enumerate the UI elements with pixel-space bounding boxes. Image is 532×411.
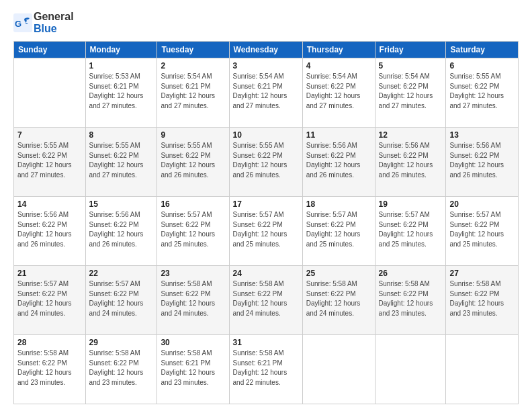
day-number: 28 (17, 338, 82, 347)
day-info: Sunrise: 5:55 AMSunset: 6:22 PMDaylight:… (233, 141, 299, 180)
calendar-day-cell: 8Sunrise: 5:55 AMSunset: 6:22 PMDaylight… (85, 128, 157, 197)
calendar-day-cell: 11Sunrise: 5:56 AMSunset: 6:22 PMDayligh… (302, 128, 375, 197)
day-info: Sunrise: 5:56 AMSunset: 6:22 PMDaylight:… (449, 141, 515, 180)
calendar-day-cell: 4Sunrise: 5:54 AMSunset: 6:22 PMDaylight… (302, 58, 375, 128)
day-info: Sunrise: 5:58 AMSunset: 6:22 PMDaylight:… (449, 279, 515, 318)
calendar-day-cell: 16Sunrise: 5:57 AMSunset: 6:22 PMDayligh… (157, 197, 229, 266)
day-info: Sunrise: 5:58 AMSunset: 6:22 PMDaylight:… (161, 279, 225, 318)
day-number: 12 (379, 130, 443, 140)
day-number: 14 (17, 199, 82, 209)
calendar-week-row: 7Sunrise: 5:55 AMSunset: 6:22 PMDaylight… (14, 128, 519, 197)
calendar-day-cell: 7Sunrise: 5:55 AMSunset: 6:22 PMDaylight… (14, 128, 86, 197)
calendar-day-cell: 26Sunrise: 5:58 AMSunset: 6:22 PMDayligh… (375, 266, 446, 335)
calendar-week-row: 1Sunrise: 5:53 AMSunset: 6:21 PMDaylight… (14, 58, 519, 128)
calendar-day-cell: 25Sunrise: 5:58 AMSunset: 6:22 PMDayligh… (302, 266, 375, 335)
calendar-day-cell: 18Sunrise: 5:57 AMSunset: 6:22 PMDayligh… (302, 197, 375, 266)
weekday-cell: Sunday (14, 42, 86, 58)
calendar-week-row: 28Sunrise: 5:58 AMSunset: 6:22 PMDayligh… (14, 335, 519, 404)
day-number: 9 (161, 130, 225, 140)
day-info: Sunrise: 5:55 AMSunset: 6:22 PMDaylight:… (161, 141, 225, 180)
calendar-day-cell: 12Sunrise: 5:56 AMSunset: 6:22 PMDayligh… (375, 128, 446, 197)
day-info: Sunrise: 5:57 AMSunset: 6:22 PMDaylight:… (306, 210, 371, 249)
svg-text:G: G (15, 19, 21, 29)
weekday-cell: Wednesday (229, 42, 302, 58)
calendar-day-cell (446, 335, 519, 404)
logo-blue: Blue (34, 23, 74, 35)
calendar-week-row: 14Sunrise: 5:56 AMSunset: 6:22 PMDayligh… (14, 197, 519, 266)
day-number: 30 (161, 338, 225, 347)
day-number: 1 (89, 61, 154, 71)
calendar-day-cell: 2Sunrise: 5:54 AMSunset: 6:21 PMDaylight… (157, 58, 229, 128)
calendar-day-cell: 6Sunrise: 5:55 AMSunset: 6:22 PMDaylight… (446, 58, 519, 128)
day-info: Sunrise: 5:57 AMSunset: 6:22 PMDaylight:… (17, 279, 82, 318)
day-info: Sunrise: 5:57 AMSunset: 6:22 PMDaylight:… (449, 210, 515, 249)
weekday-cell: Saturday (446, 42, 519, 58)
calendar-table: SundayMondayTuesdayWednesdayThursdayFrid… (13, 41, 519, 404)
calendar-body: 1Sunrise: 5:53 AMSunset: 6:21 PMDaylight… (14, 58, 519, 404)
calendar-day-cell: 13Sunrise: 5:56 AMSunset: 6:22 PMDayligh… (446, 128, 519, 197)
day-number: 4 (306, 61, 371, 71)
calendar-day-cell: 3Sunrise: 5:54 AMSunset: 6:21 PMDaylight… (229, 58, 302, 128)
calendar-day-cell: 24Sunrise: 5:58 AMSunset: 6:22 PMDayligh… (229, 266, 302, 335)
day-number: 2 (161, 61, 225, 71)
day-number: 8 (89, 130, 154, 140)
calendar-day-cell: 23Sunrise: 5:58 AMSunset: 6:22 PMDayligh… (157, 266, 229, 335)
day-info: Sunrise: 5:57 AMSunset: 6:22 PMDaylight:… (161, 210, 225, 249)
calendar-day-cell: 27Sunrise: 5:58 AMSunset: 6:22 PMDayligh… (446, 266, 519, 335)
calendar-day-cell: 22Sunrise: 5:57 AMSunset: 6:22 PMDayligh… (85, 266, 157, 335)
logo: G General Blue (13, 11, 74, 34)
day-number: 6 (449, 61, 515, 71)
day-info: Sunrise: 5:58 AMSunset: 6:22 PMDaylight:… (89, 349, 154, 387)
day-number: 20 (449, 199, 515, 209)
calendar-day-cell: 10Sunrise: 5:55 AMSunset: 6:22 PMDayligh… (229, 128, 302, 197)
weekday-cell: Friday (375, 42, 446, 58)
day-number: 22 (89, 269, 154, 278)
calendar-day-cell: 21Sunrise: 5:57 AMSunset: 6:22 PMDayligh… (14, 266, 86, 335)
day-number: 29 (89, 338, 154, 347)
day-info: Sunrise: 5:54 AMSunset: 6:21 PMDaylight:… (233, 72, 299, 111)
calendar-day-cell: 15Sunrise: 5:56 AMSunset: 6:22 PMDayligh… (85, 197, 157, 266)
page: G General Blue SundayMondayTuesdayWednes… (0, 0, 532, 411)
day-info: Sunrise: 5:56 AMSunset: 6:22 PMDaylight:… (379, 141, 443, 180)
day-number: 26 (379, 269, 443, 278)
day-number: 19 (379, 199, 443, 209)
day-number: 24 (233, 269, 299, 278)
day-info: Sunrise: 5:54 AMSunset: 6:22 PMDaylight:… (306, 72, 371, 111)
calendar-day-cell: 19Sunrise: 5:57 AMSunset: 6:22 PMDayligh… (375, 197, 446, 266)
calendar-day-cell: 28Sunrise: 5:58 AMSunset: 6:22 PMDayligh… (14, 335, 86, 404)
calendar-week-row: 21Sunrise: 5:57 AMSunset: 6:22 PMDayligh… (14, 266, 519, 335)
calendar-day-cell: 31Sunrise: 5:58 AMSunset: 6:21 PMDayligh… (229, 335, 302, 404)
day-info: Sunrise: 5:57 AMSunset: 6:22 PMDaylight:… (379, 210, 443, 249)
day-number: 16 (161, 199, 225, 209)
day-info: Sunrise: 5:54 AMSunset: 6:22 PMDaylight:… (379, 72, 443, 111)
calendar-day-cell: 5Sunrise: 5:54 AMSunset: 6:22 PMDaylight… (375, 58, 446, 128)
calendar-day-cell: 20Sunrise: 5:57 AMSunset: 6:22 PMDayligh… (446, 197, 519, 266)
day-number: 13 (449, 130, 515, 140)
day-info: Sunrise: 5:56 AMSunset: 6:22 PMDaylight:… (89, 210, 154, 249)
day-info: Sunrise: 5:58 AMSunset: 6:22 PMDaylight:… (17, 349, 82, 387)
day-info: Sunrise: 5:55 AMSunset: 6:22 PMDaylight:… (449, 72, 515, 111)
day-info: Sunrise: 5:58 AMSunset: 6:22 PMDaylight:… (379, 279, 443, 318)
calendar-day-cell: 17Sunrise: 5:57 AMSunset: 6:22 PMDayligh… (229, 197, 302, 266)
day-number: 5 (379, 61, 443, 71)
weekday-cell: Thursday (302, 42, 375, 58)
calendar-day-cell (375, 335, 446, 404)
day-info: Sunrise: 5:56 AMSunset: 6:22 PMDaylight:… (306, 141, 371, 180)
day-number: 25 (306, 269, 371, 278)
day-number: 21 (17, 269, 82, 278)
day-info: Sunrise: 5:55 AMSunset: 6:22 PMDaylight:… (17, 141, 82, 180)
calendar-day-cell: 14Sunrise: 5:56 AMSunset: 6:22 PMDayligh… (14, 197, 86, 266)
weekday-cell: Monday (85, 42, 157, 58)
day-info: Sunrise: 5:58 AMSunset: 6:22 PMDaylight:… (306, 279, 371, 318)
day-info: Sunrise: 5:54 AMSunset: 6:21 PMDaylight:… (161, 72, 225, 111)
day-info: Sunrise: 5:53 AMSunset: 6:21 PMDaylight:… (89, 72, 154, 111)
calendar-day-cell (14, 58, 86, 128)
day-number: 31 (233, 338, 299, 347)
calendar-day-cell: 30Sunrise: 5:58 AMSunset: 6:21 PMDayligh… (157, 335, 229, 404)
day-number: 7 (17, 130, 82, 140)
calendar-day-cell (302, 335, 375, 404)
weekday-row: SundayMondayTuesdayWednesdayThursdayFrid… (14, 42, 519, 58)
day-number: 17 (233, 199, 299, 209)
weekday-cell: Tuesday (157, 42, 229, 58)
day-info: Sunrise: 5:58 AMSunset: 6:22 PMDaylight:… (233, 279, 299, 318)
